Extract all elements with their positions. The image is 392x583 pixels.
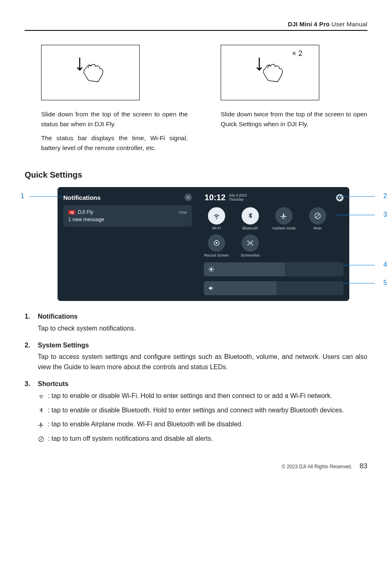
mute-icon: [309, 207, 326, 224]
notifications-panel: Notifications ✕ dji DJI Fly now 1 new me…: [58, 187, 198, 301]
callout-5: 5: [383, 279, 387, 287]
numbered-descriptions: 1. Notifications Tap to check system not…: [25, 312, 367, 448]
item-num-3: 3.: [25, 379, 34, 448]
close-icon[interactable]: ✕: [184, 194, 192, 201]
gesture-left-text-2: The status bar displays the time, Wi-Fi …: [41, 133, 188, 153]
page-footer: © 2023 DJI All Rights Reserved. 83: [25, 462, 367, 470]
item-num-2: 2.: [25, 340, 34, 377]
airplane-label: Airplane mode: [272, 226, 296, 230]
copyright: © 2023 DJI All Rights Reserved.: [281, 464, 352, 470]
hand-swipe-down-twice-icon: [245, 54, 295, 91]
item-desc-2: Tap to access system settings and config…: [38, 352, 367, 372]
item-title-2: System Settings: [38, 340, 367, 351]
svg-point-8: [216, 242, 218, 244]
wifi-label: Wi-Fi: [212, 226, 221, 230]
gesture-right-text: Slide down twice from the top of the scr…: [221, 109, 367, 129]
screenshot-icon: [242, 234, 259, 252]
bluetooth-toggle[interactable]: Bluetooth: [238, 207, 263, 230]
notif-message: 1 new message: [68, 217, 187, 222]
notification-card[interactable]: dji DJI Fly now 1 new message: [63, 205, 192, 227]
gear-icon[interactable]: [336, 194, 344, 201]
brightness-icon: [208, 266, 214, 273]
shortcut-wifi-text: : tap to enable or disable Wi-Fi. Hold t…: [46, 392, 332, 399]
svg-line-20: [39, 437, 43, 441]
svg-line-18: [212, 267, 213, 268]
airplane-toggle[interactable]: Airplane mode: [271, 207, 297, 230]
mute-toggle[interactable]: Mute: [305, 207, 330, 230]
hand-swipe-down-icon: [66, 54, 115, 91]
wifi-icon: [208, 207, 225, 224]
clock-time: 10:12: [205, 193, 226, 202]
notifications-title[interactable]: Notifications: [63, 194, 101, 201]
shortcut-air-text: : tap to enable Airplane mode. Wi-Fi and…: [46, 421, 243, 428]
record-icon: [208, 234, 225, 252]
gesture-columns: Slide down from the top of the screen to…: [25, 45, 367, 157]
bluetooth-icon: [38, 407, 44, 414]
callout-4: 4: [383, 261, 387, 268]
record-screen-toggle[interactable]: Record Screen: [204, 234, 229, 257]
callout-2: 2: [383, 192, 387, 200]
svg-line-16: [212, 271, 213, 271]
gesture-single-swipe: [41, 45, 140, 100]
svg-line-6: [316, 214, 319, 218]
svg-rect-9: [249, 242, 251, 244]
item-title-3: Shortcuts: [38, 379, 367, 389]
callout-1: 1: [21, 192, 24, 200]
wifi-toggle[interactable]: Wi-Fi: [204, 207, 229, 230]
screenshot-toggle[interactable]: Screenshot: [238, 234, 263, 257]
notif-timestamp: now: [179, 210, 187, 215]
product-name: DJI Mini 4 Pro: [288, 21, 330, 28]
svg-line-17: [209, 271, 210, 271]
airplane-icon: [38, 421, 44, 428]
svg-point-10: [210, 268, 212, 270]
volume-icon: [208, 285, 214, 292]
airplane-icon: [275, 207, 293, 224]
shortcut-bt-text: : tap to enable or disable Bluetooth. Ho…: [46, 407, 344, 414]
volume-slider[interactable]: [204, 281, 344, 295]
item-desc-1: Tap to check system notifications.: [38, 324, 367, 334]
brightness-slider[interactable]: [204, 262, 344, 276]
item-title-1: Notifications: [38, 312, 367, 322]
wifi-icon: [38, 393, 44, 400]
notif-app-name: DJI Fly: [78, 209, 93, 215]
bluetooth-icon: [242, 207, 259, 224]
mute-label: Mute: [314, 226, 322, 230]
item-num-1: 1.: [25, 312, 34, 338]
gesture-double-swipe: × 2: [221, 45, 319, 100]
record-label: Record Screen: [204, 253, 229, 257]
header-suffix: User Manual: [330, 21, 367, 28]
mute-icon: [38, 436, 44, 442]
svg-line-15: [209, 267, 210, 268]
shortcut-mute-text: : tap to turn off system notifications a…: [46, 435, 213, 442]
quick-settings-panel: 10:12 July 6,2023 Thursday Wi-Fi: [198, 187, 349, 301]
bluetooth-label: Bluetooth: [242, 226, 258, 230]
x2-label: × 2: [292, 49, 302, 58]
gesture-left-text-1: Slide down from the top of the screen to…: [41, 109, 188, 129]
quick-settings-figure: 1 2 3 4 5 Notifications ✕ dji DJI Fly no…: [58, 187, 349, 301]
screenshot-label: Screenshot: [241, 253, 260, 257]
section-title: Quick Settings: [25, 170, 367, 180]
app-badge-icon: dji: [68, 210, 75, 215]
clock-date: July 6,2023: [229, 193, 247, 197]
callout-3: 3: [383, 211, 387, 218]
clock-day: Thursday: [229, 197, 243, 201]
page-number: 83: [360, 462, 367, 470]
page-header: DJI Mini 4 Pro User Manual: [25, 21, 367, 31]
